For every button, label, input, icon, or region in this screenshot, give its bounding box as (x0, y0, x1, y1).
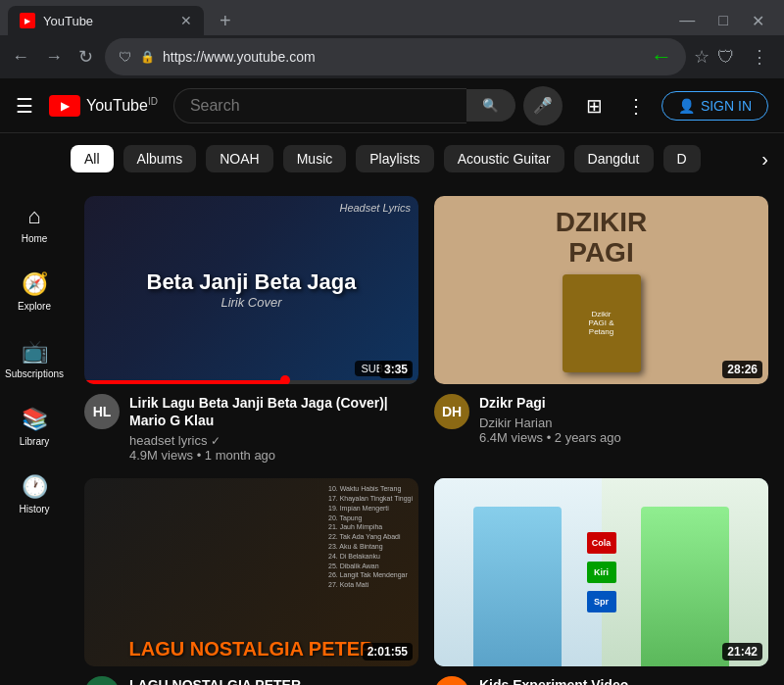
tab-favicon (20, 13, 35, 28)
active-tab[interactable]: YouTube ✕ (8, 6, 204, 35)
minimize-button[interactable]: — (667, 10, 707, 32)
video-card-2[interactable]: DZIKIRPAGI DzikirPAGI &Petang 28:26 DH D… (434, 196, 768, 463)
video-stats-2: 6.4M views • 2 years ago (479, 430, 768, 445)
thumb-channel-label-1: Headset Lyrics (339, 202, 411, 214)
search-icon: 🔍 (482, 98, 499, 113)
video-info-4: FK Kids Experiment Video Fun Kids 8.2M v… (434, 676, 768, 685)
youtube-header: ☰ YouTubeID 🔍 🎤 ⊞ ⋮ 👤 SIGN IN (0, 78, 784, 133)
sidebar-item-home[interactable]: ⌂ Home (3, 192, 66, 256)
mic-button[interactable]: 🎤 (523, 86, 563, 125)
sidebar-item-subscriptions[interactable]: 📺 Subscriptions (3, 327, 66, 391)
browser-menu-button[interactable]: ⋮ (743, 42, 776, 72)
sidebar: ⌂ Home 🧭 Explore 📺 Subscriptions 📚 Libra… (0, 184, 69, 685)
hamburger-menu[interactable]: ☰ (16, 94, 33, 118)
tab-close-btn[interactable]: ✕ (180, 13, 192, 28)
search-button[interactable]: 🔍 (466, 89, 515, 122)
user-icon: 👤 (678, 98, 695, 114)
search-input[interactable] (173, 88, 466, 123)
new-tab-button[interactable]: + (212, 8, 239, 34)
chip-d[interactable]: D (663, 145, 701, 172)
thumb-content-1: Beta Janji Beta Jaga Lirik Cover (147, 269, 357, 310)
sidebar-item-history[interactable]: 🕐 History (3, 463, 66, 526)
mic-icon: 🎤 (533, 97, 553, 114)
thumbnail-1: Headset Lyrics Beta Janji Beta Jaga Liri… (84, 196, 418, 384)
video-title-3: LAGU NOSTALGIA PETER (129, 676, 418, 685)
sign-in-button[interactable]: 👤 SIGN IN (662, 91, 768, 121)
sidebar-label-explore: Explore (18, 301, 51, 312)
avatar-2: DH (434, 394, 469, 429)
maximize-button[interactable]: □ (707, 10, 740, 32)
thumb-book-2: DzikirPAGI &Petang (563, 274, 641, 372)
tab-title: YouTube (43, 14, 172, 28)
sidebar-item-explore[interactable]: 🧭 Explore (3, 260, 66, 323)
forward-button[interactable]: → (41, 43, 67, 72)
video-content: Headset Lyrics Beta Janji Beta Jaga Liri… (69, 184, 784, 685)
video-grid: Headset Lyrics Beta Janji Beta Jaga Liri… (84, 196, 768, 685)
header-icons: ⊞ ⋮ 👤 SIGN IN (578, 86, 768, 125)
chip-all[interactable]: All (71, 145, 114, 172)
boy-left-4 (473, 507, 562, 666)
chip-noah[interactable]: NOAH (206, 145, 272, 172)
thumb-sub-1: Lirik Cover (147, 295, 357, 310)
video-card-1[interactable]: Headset Lyrics Beta Janji Beta Jaga Liri… (84, 196, 418, 463)
sidebar-label-subscriptions: Subscriptions (5, 368, 64, 379)
thumb-title-1: Beta Janji Beta Jaga (147, 269, 357, 295)
video-info-1: HL Lirik Lagu Beta Janji Beta Jaga (Cove… (84, 394, 418, 463)
address-bar-row: ← → ↻ 🛡 🔒 https://www.youtube.com ← ☆ 🛡 … (0, 35, 784, 78)
video-channel-2: Dzikir Harian (479, 416, 768, 430)
back-button[interactable]: ← (8, 43, 33, 72)
more-icon: ⋮ (626, 95, 646, 117)
video-card-4[interactable]: Cola Kiri Spr 21:42 FK Kids Experiment V… (434, 478, 768, 685)
video-info-2: DH Dzikr Pagi Dzikir Harian 6.4M views •… (434, 394, 768, 445)
chip-acoustic-guitar[interactable]: Acoustic Guitar (444, 145, 564, 172)
progress-dot-1 (280, 375, 290, 384)
avatar-4: FK (434, 676, 469, 685)
search-container: 🔍 🎤 (173, 86, 563, 125)
video-title-2: Dzikr Pagi (479, 394, 768, 412)
yt-shield-button[interactable]: 🛡 (717, 47, 735, 68)
video-title-4: Kids Experiment Video (479, 676, 768, 685)
sidebar-item-library[interactable]: 📚 Library (3, 395, 66, 459)
duration-badge-1: 3:35 (379, 361, 413, 378)
video-card-3[interactable]: 10. Waktu Habis Terang 17. Khayalan Ting… (84, 478, 418, 685)
filter-bar: All Albums NOAH Music Playlists Acoustic… (0, 133, 784, 184)
video-meta-4: Kids Experiment Video Fun Kids 8.2M view… (479, 676, 768, 685)
duration-badge-2: 28:26 (722, 361, 762, 378)
address-bar[interactable]: 🛡 🔒 https://www.youtube.com ← (105, 38, 686, 75)
youtube-logo[interactable]: YouTubeID (49, 95, 158, 117)
browser-chrome: YouTube ✕ + — □ ✕ ← → ↻ 🛡 🔒 https://www.… (0, 0, 784, 78)
refresh-button[interactable]: ↻ (74, 42, 97, 72)
video-meta-2: Dzikr Pagi Dzikir Harian 6.4M views • 2 … (479, 394, 768, 445)
home-icon: ⌂ (27, 204, 40, 229)
duration-badge-4: 21:42 (722, 643, 762, 661)
bookmark-button[interactable]: ☆ (694, 46, 710, 68)
thumb-left-4 (434, 478, 602, 666)
progress-fill-1 (84, 380, 285, 384)
avatar-1: HL (84, 394, 120, 429)
boy-right-4 (641, 507, 729, 666)
chip-albums[interactable]: Albums (123, 145, 197, 172)
filter-scroll-right[interactable]: › (761, 148, 768, 171)
thumb-bg-3: 10. Waktu Habis Terang 17. Khayalan Ting… (84, 478, 418, 666)
main-layout: ⌂ Home 🧭 Explore 📺 Subscriptions 📚 Libra… (0, 184, 784, 685)
chip-playlists[interactable]: Playlists (356, 145, 433, 172)
video-channel-1: headset lyrics ✓ (129, 433, 418, 448)
more-options-button[interactable]: ⋮ (618, 86, 654, 125)
address-text: https://www.youtube.com (163, 49, 643, 65)
chip-music[interactable]: Music (283, 145, 347, 172)
apps-icon: ⊞ (586, 95, 603, 117)
apps-button[interactable]: ⊞ (578, 86, 611, 125)
thumb-title-3: LAGU NOSTALGIA PETER (122, 638, 382, 661)
youtube-logo-text: YouTubeID (86, 96, 158, 115)
track-list-3: 10. Waktu Habis Terang 17. Khayalan Ting… (328, 484, 413, 590)
avatar-3: NM (84, 676, 120, 685)
close-button[interactable]: ✕ (740, 10, 776, 32)
duration-badge-3: 2:01:55 (363, 643, 413, 661)
tab-bar: YouTube ✕ + — □ ✕ (0, 0, 784, 35)
lock-icon: 🔒 (140, 50, 155, 64)
chip-dangdut[interactable]: Dangdut (574, 145, 654, 172)
video-stats-1: 4.9M views • 1 month ago (129, 448, 418, 463)
thumb-book-text-2: DzikirPAGI &Petang (584, 306, 617, 340)
subscriptions-icon: 📺 (22, 339, 48, 365)
sidebar-label-history: History (19, 504, 49, 514)
